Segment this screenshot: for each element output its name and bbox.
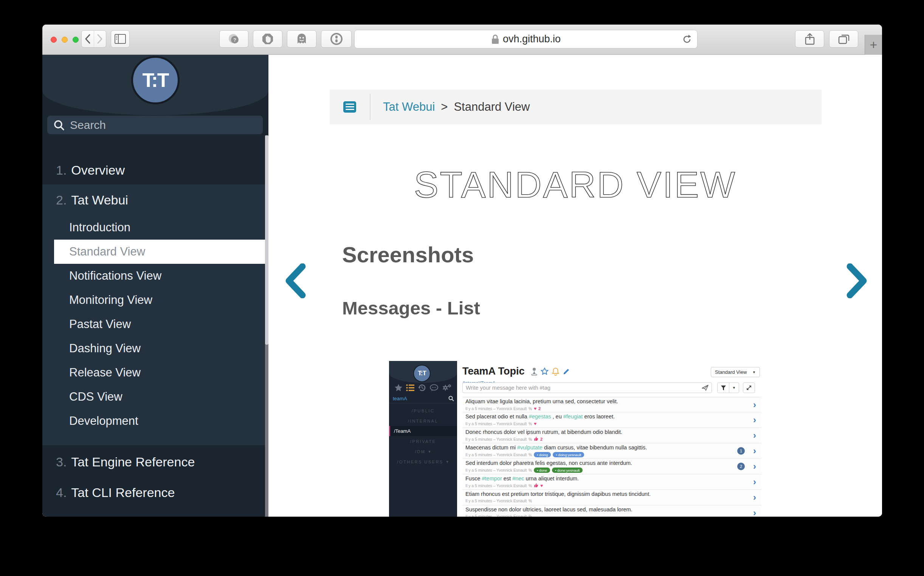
expand-button — [743, 382, 755, 393]
subsection-heading: Messages - List — [342, 298, 480, 318]
chevron-right-icon: › — [753, 507, 756, 517]
desktop-background: ? ovh.github.io + — [0, 0, 924, 576]
app-channel--internal: /INTERNAL — [389, 416, 457, 426]
sidebar-item-pastat-view[interactable]: Pastat View — [42, 312, 268, 336]
sidebar-item-introduction[interactable]: Introduction — [42, 216, 268, 240]
app-message-text: Sed placerat odio et nulla #egestas , eu… — [465, 413, 615, 419]
extension-help-button[interactable]: ? — [219, 30, 248, 48]
app-tat-logo-text: T:T — [418, 370, 426, 377]
app-message-label: • done — [534, 467, 550, 473]
app-message-text-part: Fusce — [465, 475, 482, 482]
app-message-row: Sed placerat odio et nulla #egestas , eu… — [462, 412, 761, 428]
app-sidebar: T:T teamA /PUBLIC/I — [389, 361, 457, 517]
funnel-icon — [721, 386, 726, 390]
history-nav-buttons — [81, 30, 106, 48]
app-message-meta: Il y a 5 minutes – Yvonnick Esnault%• do… — [465, 452, 584, 457]
app-message-timestamp-author: Il y a 5 minutes – Yvonnick Esnault — [465, 483, 527, 488]
app-search-icon — [448, 396, 454, 402]
refresh-icon[interactable] — [682, 34, 692, 45]
sidebar-item-tat-cli-reference[interactable]: 4.Tat CLI Reference — [42, 477, 268, 508]
app-message-text-part: Aliquam vitae ligula lacinia, pretium ur… — [465, 398, 618, 405]
sidebar-item-standard-view[interactable]: Standard View — [54, 240, 268, 264]
extension-adblock-button[interactable] — [253, 30, 282, 48]
app-message-text: Maecenas dictum mi #vulputate diam cursu… — [465, 445, 647, 451]
app-message-text-part: urna aliquet interdum. — [524, 475, 579, 482]
breadcrumb-link[interactable]: Tat Webui — [383, 100, 435, 114]
sidebar-item-notifications-view[interactable]: Notifications View — [42, 264, 268, 288]
link-icon: % — [528, 437, 532, 442]
back-icon — [85, 34, 91, 44]
sidebar-item-monitoring-view[interactable]: Monitoring View — [42, 288, 268, 312]
extension-1password-button[interactable] — [321, 30, 352, 48]
chevron-down-icon: ▼ — [753, 370, 756, 374]
adblock-hand-icon — [262, 33, 274, 45]
person-icon — [531, 367, 537, 376]
url-text: ovh.github.io — [503, 33, 560, 45]
toc-icon[interactable] — [343, 101, 356, 113]
zoom-window-button[interactable] — [73, 37, 78, 43]
app-search-value: teamA — [393, 396, 448, 402]
address-bar[interactable]: ovh.github.io — [354, 30, 698, 48]
app-message-text-part: Donec rhoncus dolor vel ipsum rutrum, at… — [465, 429, 622, 435]
sidebar-item-tat-engine-reference[interactable]: 3.Tat Engine Reference — [42, 448, 268, 477]
chevron-right-icon: › — [753, 477, 756, 487]
app-message-meta: Il y a 5 minutes – Yvonnick Esnault% — [465, 499, 532, 503]
tab-overview-button[interactable] — [829, 30, 858, 48]
app-channel--others-users: /OTHERS USERS▼ — [389, 456, 457, 467]
chevron-down-icon: ▼ — [428, 450, 431, 454]
chevron-right-icon — [846, 264, 868, 298]
next-page-arrow[interactable] — [846, 264, 868, 300]
app-channel-label: /INTERNAL — [408, 419, 438, 423]
app-message-timestamp-author: Il y a 5 minutes – Yvonnick Esnault — [465, 514, 527, 517]
page-body: T:T Search 1.Overview2.Tat WebuiIntroduc… — [42, 55, 882, 517]
back-button[interactable] — [82, 30, 94, 47]
app-message-text-part: , eu — [551, 413, 563, 419]
heart-icon: ♥ — [534, 406, 536, 411]
nav-item-number: 1. — [42, 163, 67, 178]
section-heading: Screenshots — [342, 242, 474, 267]
sidebar-item-release-view[interactable]: Release View — [42, 360, 268, 385]
sidebar-item-tat-webui[interactable]: 2.Tat Webui — [42, 184, 268, 216]
app-message-label: • doing:yesnault — [553, 452, 584, 457]
app-message-list: Aliquam vitae ligula lacinia, pretium ur… — [462, 397, 761, 517]
forward-button[interactable] — [94, 30, 106, 47]
nav-item-number: 4. — [42, 485, 67, 500]
app-channel-list: /PUBLIC/INTERNAL/TeamA/PRIVATE/DM▼/OTHER… — [389, 406, 457, 467]
sidebar-item-overview[interactable]: 1.Overview — [42, 158, 268, 182]
reply-count-badge: 2 — [737, 462, 745, 470]
share-button[interactable] — [795, 30, 824, 48]
sidebar-toggle-button[interactable] — [111, 30, 130, 48]
ghostery-ghost-icon — [296, 33, 307, 45]
heart-icon: ♥ — [540, 483, 543, 488]
sidebar-item-development[interactable]: Development — [42, 409, 268, 433]
app-message-timestamp-author: Il y a 5 minutes – Yvonnick Esnault — [465, 499, 527, 503]
link-icon: % — [528, 484, 532, 488]
app-message-text-part: Etiam rhoncus est pretium tortor tristiq… — [465, 491, 651, 497]
app-message-row: Maecenas dictum mi #vulputate diam cursu… — [462, 443, 761, 459]
app-message-text: Sed interdum dolor pharetra felis egesta… — [465, 460, 632, 466]
app-message-text-part: Suspendisse non dolor ultricies, laoreet… — [465, 506, 633, 512]
chevron-right-icon: › — [753, 492, 756, 503]
extension-ghostery-button[interactable] — [287, 30, 316, 48]
app-message-input: Write your message here with #tag — [462, 382, 712, 393]
chevron-right-icon: › — [753, 446, 756, 456]
prev-page-arrow[interactable] — [284, 264, 306, 300]
chevron-right-icon: › — [753, 430, 756, 441]
search-input[interactable]: Search — [47, 116, 263, 134]
window-controls — [51, 37, 78, 43]
star-outline-icon — [541, 367, 549, 375]
sidebar-item-dashing-view[interactable]: Dashing View — [42, 336, 268, 360]
sidebar-scrollbar-handle[interactable] — [265, 135, 268, 345]
docs-nav: 1.Overview2.Tat WebuiIntroductionStandar… — [42, 158, 268, 508]
app-message-meta: Il y a 5 minutes – Yvonnick Esnault% — [465, 514, 532, 517]
app-message-meta: Il y a 5 minutes – Yvonnick Esnault%2 — [465, 437, 543, 442]
sidebar-item-cds-view[interactable]: CDS View — [42, 385, 268, 409]
chevron-right-icon: › — [753, 414, 756, 425]
page-title: STANDARD VIEW — [268, 164, 882, 206]
new-tab-button[interactable]: + — [865, 35, 882, 55]
close-window-button[interactable] — [51, 37, 57, 43]
minimize-window-button[interactable] — [62, 37, 68, 43]
app-message-text-part: Maecenas dictum mi — [465, 445, 517, 451]
app-message-text-part: Sed interdum dolor pharetra felis egesta… — [465, 460, 632, 466]
share-icon — [805, 33, 815, 45]
